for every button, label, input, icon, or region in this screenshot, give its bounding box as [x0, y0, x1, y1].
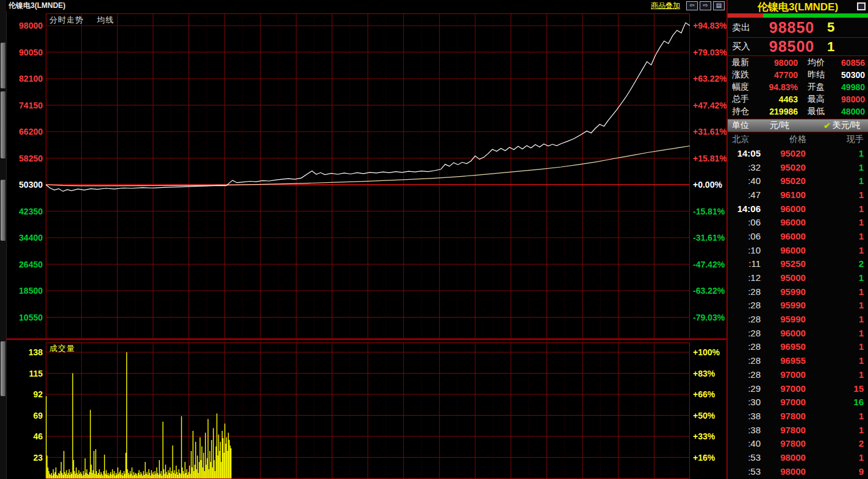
stat-label: 昨结	[798, 69, 833, 80]
tape-row: :32950201	[728, 160, 868, 174]
price-axis-label: 74150	[7, 101, 43, 110]
tape-qty: 1	[825, 425, 868, 435]
price-axis-label: 98000	[7, 21, 43, 30]
stat-value: 94.83%	[758, 82, 798, 92]
chart-legend: 分时走势均线	[49, 15, 127, 26]
volume-chart[interactable]: 成交量	[46, 342, 690, 479]
tape-row: :28970001	[728, 367, 868, 381]
tape-header-time: 北京	[728, 134, 766, 145]
tape-price: 96100	[761, 190, 825, 200]
volume-percent-label: +66%	[693, 389, 715, 399]
layout-icon[interactable]: ▤	[713, 1, 725, 10]
tape-time: :38	[728, 425, 761, 435]
stat-value: 4463	[758, 94, 798, 104]
price-axis-right: +94.83%+79.03%+63.22%+47.42%+31.61%+15.8…	[690, 11, 726, 339]
tape-time: :30	[728, 397, 761, 407]
stat-value: 98000	[758, 58, 798, 68]
ask-price[interactable]: 98850	[760, 19, 823, 37]
tape-time: :28	[728, 369, 761, 380]
stat-value: 98000	[833, 94, 868, 104]
ask-qty: 5	[823, 20, 834, 35]
contract-title: 伦镍电3(LMNDE)	[6, 1, 65, 11]
check-icon: ✔	[823, 121, 831, 130]
tick-tape-list[interactable]: 14:05950201:32950201:40950201:4796100114…	[728, 146, 868, 478]
tape-header-qty: 现手	[830, 134, 868, 145]
stat-label: 开盘	[798, 82, 833, 93]
tape-row: :12950001	[728, 271, 868, 285]
bid-label: 买入	[728, 41, 760, 52]
sidebar-tab[interactable]	[1, 341, 5, 396]
tape-row: :28959901	[728, 299, 868, 313]
volume-percent-label: +50%	[693, 411, 715, 420]
tape-time: :06	[728, 231, 761, 241]
price-axis-label: 82100	[7, 74, 43, 83]
futures-trading-terminal: 伦镍电3(LMNDE) 商品叠加 ⇦ ⇨ ▤ 98000900508210074…	[0, 0, 868, 479]
bid-row[interactable]: 买入 98500 1	[728, 38, 868, 56]
tape-qty: 1	[825, 314, 868, 324]
unit-label: 单位	[728, 120, 770, 131]
legend-ma[interactable]: 均线	[97, 15, 114, 24]
volume-axis-left: 13811592694623	[6, 340, 45, 479]
tape-row: :10960001	[728, 243, 868, 257]
tape-qty: 1	[825, 411, 868, 421]
tape-time: :28	[728, 300, 761, 310]
tape-price: 96000	[761, 231, 825, 241]
tape-row: :38978001	[728, 423, 868, 437]
tape-price: 98000	[761, 466, 825, 477]
tape-price: 96000	[761, 217, 825, 227]
stat-row: 最新98000均价60856	[728, 57, 868, 69]
tape-price: 96000	[761, 328, 825, 338]
tape-price: 96950	[761, 341, 825, 352]
tape-row: :06960001	[728, 215, 868, 229]
legend-timeshare[interactable]: 分时走势	[49, 15, 84, 24]
volume-percent-label: +16%	[693, 453, 715, 463]
tape-time: :53	[728, 452, 761, 463]
tape-qty: 2	[825, 258, 868, 269]
tape-time: :53	[728, 466, 761, 477]
volume-percent-label: +33%	[693, 431, 715, 441]
tape-row: :309700016	[728, 395, 868, 409]
volume-axis-label: 115	[7, 369, 43, 378]
ask-row[interactable]: 卖出 98850 5	[728, 18, 868, 38]
stat-row: 总手4463最高98000	[728, 93, 868, 105]
tape-price: 95990	[761, 286, 825, 297]
price-axis-label: 90050	[7, 48, 43, 57]
tape-time: :28	[728, 314, 761, 324]
tape-price: 96955	[761, 355, 825, 366]
price-axis-label: 42350	[7, 207, 43, 216]
unit-option-cny[interactable]: 元/吨	[770, 120, 823, 131]
tape-time: 14:05	[728, 148, 761, 158]
tape-qty: 1	[825, 286, 868, 297]
tape-qty: 1	[825, 217, 868, 227]
tape-row: 14:06960001	[728, 202, 868, 216]
tape-time: :11	[728, 258, 761, 269]
volume-percent-label: +83%	[693, 369, 715, 378]
sidebar-tab[interactable]	[1, 180, 5, 241]
price-axis-label: 10550	[7, 313, 43, 322]
tape-time: :32	[728, 162, 761, 172]
stat-value: 50300	[833, 70, 868, 80]
sidebar-tab[interactable]	[1, 91, 5, 158]
quote-panel-title: 伦镍电3(LMNDE)	[758, 0, 838, 14]
buy-sell-ratio-bar	[728, 13, 868, 18]
percent-axis-label: -15.81%	[693, 207, 725, 216]
buy-ratio-segment	[763, 13, 868, 18]
unit-option-usd[interactable]: 美元/吨	[833, 120, 861, 131]
percent-axis-label: -47.42%	[693, 260, 725, 269]
tape-row: :28969551	[728, 353, 868, 367]
timeshare-chart[interactable]: 分时走势均线	[46, 13, 690, 341]
bid-price[interactable]: 98500	[760, 38, 823, 55]
back-arrow-icon[interactable]: ⇦	[686, 1, 698, 10]
tape-qty: 1	[825, 148, 868, 158]
volume-caption: 成交量	[49, 343, 75, 354]
tape-time: :28	[728, 286, 761, 297]
stat-label: 最新	[728, 57, 758, 68]
tape-time: :40	[728, 438, 761, 449]
volume-axis-label: 46	[7, 431, 43, 441]
price-axis-label: 26450	[7, 260, 43, 269]
tape-price: 95000	[761, 272, 825, 283]
forward-arrow-icon[interactable]: ⇨	[700, 1, 711, 10]
maximize-icon[interactable]	[857, 2, 866, 10]
sidebar-tab[interactable]	[1, 43, 5, 88]
commodity-overlay-link[interactable]: 商品叠加	[651, 1, 680, 11]
